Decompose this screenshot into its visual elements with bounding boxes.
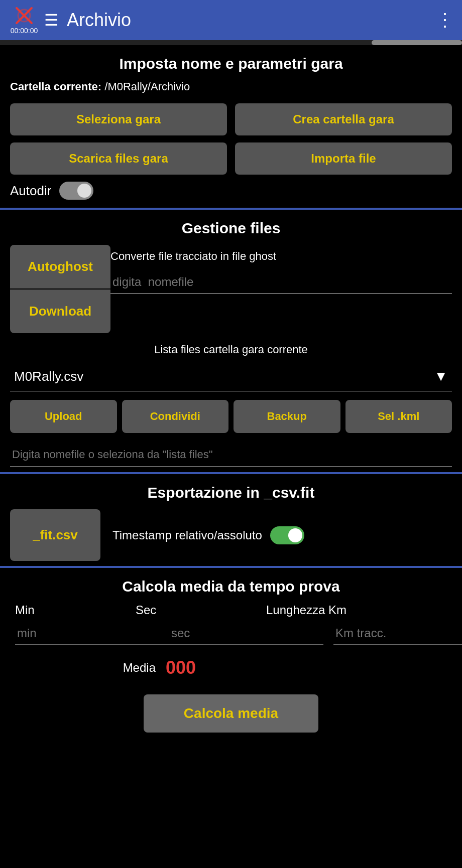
backup-button[interactable]: Backup xyxy=(234,400,340,433)
topbar-title: Archivio xyxy=(67,10,436,31)
timestamp-toggle[interactable] xyxy=(270,526,304,544)
crea-cartella-button[interactable]: Crea cartella gara xyxy=(235,103,452,135)
btn-row-1: Seleziona gara Crea cartella gara xyxy=(10,103,452,135)
folder-path: /M0Rally/Archivio xyxy=(101,80,190,93)
btn-row-2: Scarica files gara Importa file xyxy=(10,142,452,175)
km-input[interactable] xyxy=(333,622,462,645)
signal-icon xyxy=(14,6,34,26)
gestione-right: Converte file tracciato in file ghost xyxy=(110,245,452,333)
topbar-left: 00:00:00 xyxy=(8,6,40,35)
scroll-indicator xyxy=(0,40,462,45)
more-icon[interactable]: ⋮ xyxy=(436,10,454,31)
nomefile-input-bottom[interactable] xyxy=(10,443,452,467)
media-value: 000 xyxy=(166,657,447,678)
nomefile-input-top[interactable] xyxy=(110,271,452,294)
calcola-title: Calcola media da tempo prova xyxy=(10,578,452,595)
calc-header-row: Min Sec Lunghezza Km xyxy=(10,603,452,617)
autoghost-button[interactable]: Autoghost xyxy=(10,245,110,288)
menu-icon[interactable]: ☰ xyxy=(44,12,59,28)
section-calcola: Calcola media da tempo prova Min Sec Lun… xyxy=(0,566,462,753)
export-row: _fit.csv Timestamp relativo/assoluto xyxy=(10,509,452,561)
condividi-button[interactable]: Condividi xyxy=(122,400,229,433)
folder-line: Cartella corrente: /M0Rally/Archivio xyxy=(10,80,452,93)
calcola-media-button[interactable]: Calcola media xyxy=(144,694,318,733)
chevron-down-icon: ▼ xyxy=(434,368,448,384)
upload-button[interactable]: Upload xyxy=(10,400,117,433)
seleziona-gara-button[interactable]: Seleziona gara xyxy=(10,103,227,135)
gestione-grid: Autoghost Download Converte file traccia… xyxy=(10,245,452,333)
esportazione-title: Esportazione in _csv.fit xyxy=(10,484,452,501)
autodir-row: Autodir xyxy=(10,182,452,200)
files-dropdown[interactable]: M0Rally.csv ▼ xyxy=(10,361,452,392)
autodir-label: Autodir xyxy=(10,183,51,199)
btn-row-4: Upload Condividi Backup Sel .kml xyxy=(10,400,452,433)
importa-file-button[interactable]: Importa file xyxy=(235,142,452,175)
gestione-title: Gestione files xyxy=(10,220,452,237)
col-min-header: Min xyxy=(15,603,136,617)
sel-kml-button[interactable]: Sel .kml xyxy=(345,400,452,433)
media-label: Media xyxy=(15,661,156,675)
col-sec-header: Sec xyxy=(136,603,256,617)
parametri-title: Imposta nome e parametri gara xyxy=(10,55,452,72)
autodir-toggle[interactable] xyxy=(59,182,93,200)
calc-media-row: Media 000 xyxy=(10,657,452,678)
calc-input-row xyxy=(10,622,452,645)
topbar-time: 00:00:00 xyxy=(11,27,38,35)
calcola-btn-row: Calcola media xyxy=(10,694,452,733)
scarica-files-button[interactable]: Scarica files gara xyxy=(10,142,227,175)
min-input[interactable] xyxy=(15,622,169,645)
gestione-left-buttons: Autoghost Download xyxy=(10,245,110,333)
topbar: 00:00:00 ☰ Archivio ⋮ xyxy=(0,0,462,40)
export-right: Timestamp relativo/assoluto xyxy=(112,526,452,544)
autoghost-desc: Converte file tracciato in file ghost xyxy=(110,250,452,263)
scroll-thumb xyxy=(372,40,462,45)
sec-input[interactable] xyxy=(169,622,323,645)
folder-label: Cartella corrente: xyxy=(10,80,101,93)
section-gestione: Gestione files Autoghost Download Conver… xyxy=(0,210,462,472)
timestamp-label: Timestamp relativo/assoluto xyxy=(112,528,262,542)
fitcsv-button[interactable]: _fit.csv xyxy=(10,509,100,561)
col-lunghezza-header: Lunghezza Km xyxy=(266,603,447,617)
dropdown-value: M0Rally.csv xyxy=(14,369,434,384)
section-parametri: Imposta nome e parametri gara Cartella c… xyxy=(0,45,462,208)
lista-files-label: Lista files cartella gara corrente xyxy=(10,343,452,356)
download-button[interactable]: Download xyxy=(10,290,110,333)
section-esportazione: Esportazione in _csv.fit _fit.csv Timest… xyxy=(0,472,462,566)
